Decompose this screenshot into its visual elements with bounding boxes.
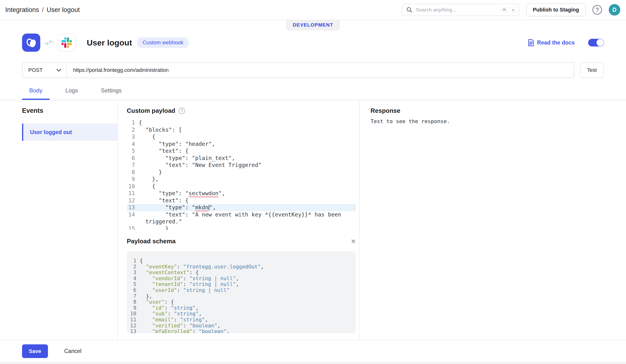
code-line: 8 "user": { — [130, 299, 356, 305]
content: User logout Custom webhook Read the docs… — [0, 20, 626, 340]
code-line: triggered." — [127, 218, 356, 225]
main: Events User logged out Custom payload ? … — [0, 100, 626, 340]
search-input[interactable] — [415, 7, 498, 13]
event-item[interactable]: User logged out — [22, 124, 117, 141]
events-list: User logged out — [22, 124, 117, 141]
line-number: 5 — [130, 281, 136, 287]
line-number: 7 — [130, 293, 136, 299]
line-number: 12 — [130, 323, 136, 329]
header-right: Read the docs — [528, 39, 604, 46]
url-input[interactable] — [67, 67, 574, 73]
breadcrumb-current: User logout — [47, 6, 80, 14]
line-number: 6 — [127, 155, 135, 162]
line-number: 8 — [130, 299, 136, 305]
method-select[interactable]: POST — [23, 63, 67, 77]
line-number: 13 — [130, 328, 136, 333]
search-box[interactable]: ⌘ K — [402, 3, 519, 16]
line-number: 14 — [127, 211, 135, 218]
line-number: 1 — [130, 258, 136, 264]
tabs: BodyLogsSettings — [0, 87, 626, 100]
response-panel: Response Test to see the response. — [360, 100, 626, 340]
line-number: 9 — [130, 305, 136, 311]
custom-payload-title: Custom payload — [127, 107, 175, 114]
code-line: 11 "email": "string", — [130, 317, 356, 323]
line-number: 2 — [130, 264, 136, 270]
code-line: 15 } — [127, 225, 356, 230]
code-line: 7 "text": "New Event Triggered" — [127, 162, 356, 169]
top-bar: Integrations / User logout ⌘ K Publish t… — [0, 0, 626, 20]
code-line: 12 "verified": "boolean", — [130, 323, 356, 329]
custom-payload-header: Custom payload ? — [127, 107, 356, 114]
bottom-strip — [0, 362, 626, 364]
line-number: 1 — [127, 119, 135, 126]
search-icon — [406, 7, 412, 13]
response-placeholder: Test to see the response. — [371, 118, 626, 124]
custom-webhook-chip: Custom webhook — [137, 37, 189, 48]
cancel-button[interactable]: Cancel — [63, 348, 83, 355]
method-value: POST — [28, 67, 43, 73]
code-line: 8 } — [127, 169, 356, 176]
code-line: 11 "type": "sectwwdon", — [127, 190, 356, 197]
slack-logo-icon — [58, 34, 76, 52]
integration-header: User logout Custom webhook Read the docs — [22, 34, 604, 52]
line-number: 11 — [130, 317, 136, 323]
close-icon[interactable]: ✕ — [351, 238, 356, 245]
environment-badge: DEVELOPMENT — [286, 20, 340, 30]
footer: Save Cancel — [0, 340, 626, 362]
tab-settings[interactable]: Settings — [94, 87, 129, 100]
line-number: 13 — [127, 204, 135, 211]
payload-schema-code: 1{2 "eventKey": "frontegg.user.loggedOut… — [127, 251, 356, 333]
request-bar: POST Test — [22, 62, 604, 78]
cmd-key-badge: ⌘ — [501, 7, 507, 13]
code-line: 6 "type": "plain_text", — [127, 155, 356, 162]
breadcrumb-separator: / — [42, 6, 44, 14]
code-line: 10 "sub": "string", — [130, 311, 356, 317]
code-line: 4 "type": "header", — [127, 141, 356, 148]
frontegg-logo-icon — [22, 34, 40, 52]
code-line: 14 "text": "A new event with key *{{even… — [127, 211, 356, 218]
topbar-right: ⌘ K Publish to Staging ? D — [402, 3, 620, 16]
code-line: 1{ — [130, 258, 356, 264]
line-number: 3 — [127, 133, 135, 141]
payload-schema-header: Payload schema ✕ — [127, 238, 356, 245]
k-key-badge: K — [510, 7, 516, 13]
code-line: 9 }, — [127, 176, 356, 183]
response-title: Response — [371, 107, 626, 114]
chevron-down-icon — [56, 69, 61, 72]
help-circle-icon[interactable]: ? — [592, 5, 602, 15]
custom-payload-panel: Custom payload ? 1{2 "blocks": [3 {4 "ty… — [118, 100, 360, 340]
avatar[interactable]: D — [609, 4, 620, 16]
test-button[interactable]: Test — [580, 62, 604, 78]
line-number: 4 — [130, 276, 136, 282]
code-line: 5 "text": { — [127, 147, 356, 155]
page-title: User logout — [87, 38, 132, 47]
publish-to-staging-button[interactable]: Publish to Staging — [526, 3, 586, 16]
custom-payload-editor[interactable]: 1{2 "blocks": [3 {4 "type": "header",5 "… — [127, 119, 356, 230]
line-number: 5 — [127, 147, 135, 155]
code-line: 2 "blocks": [ — [127, 126, 356, 134]
code-line: 9 "id": "string", — [130, 305, 356, 311]
read-the-docs-label: Read the docs — [537, 39, 575, 46]
swap-arrows-icon — [44, 39, 54, 46]
tab-logs[interactable]: Logs — [58, 87, 85, 100]
help-circle-icon[interactable]: ? — [179, 108, 185, 114]
line-number: 6 — [130, 287, 136, 293]
read-the-docs-link[interactable]: Read the docs — [528, 39, 575, 46]
line-number: 11 — [127, 190, 135, 197]
events-title: Events — [22, 107, 117, 114]
code-line: 3 "eventContext": { — [130, 270, 356, 276]
breadcrumb-integrations[interactable]: Integrations — [5, 6, 39, 14]
url-box: POST — [22, 62, 574, 78]
code-line: 7 }, — [130, 293, 356, 299]
code-line: 13 "mfaEnrolled": "boolean", — [130, 328, 356, 333]
enabled-toggle[interactable] — [588, 39, 604, 46]
line-number: 10 — [130, 311, 136, 317]
code-line: 6 "userId": "string | null" — [130, 287, 356, 293]
tab-body[interactable]: Body — [22, 87, 50, 100]
save-button[interactable]: Save — [22, 344, 48, 358]
line-number: 8 — [127, 169, 135, 176]
code-line: 10 { — [127, 183, 356, 190]
payload-schema-title: Payload schema — [127, 238, 176, 245]
breadcrumb: Integrations / User logout — [5, 6, 80, 14]
document-icon — [528, 39, 534, 46]
